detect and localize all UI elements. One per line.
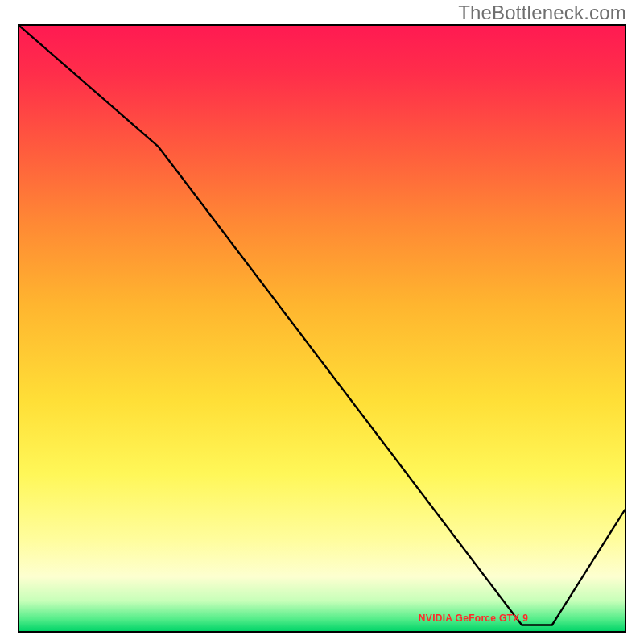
- chart-line-svg: [19, 26, 625, 631]
- chart-frame: NVIDIA GeForce GTX 9: [18, 24, 626, 633]
- series-label: NVIDIA GeForce GTX 9: [419, 613, 528, 624]
- series-line: [19, 26, 625, 625]
- chart-container: TheBottleneck.com NVIDIA GeForce GTX 9: [0, 0, 644, 644]
- watermark-text: TheBottleneck.com: [458, 2, 626, 24]
